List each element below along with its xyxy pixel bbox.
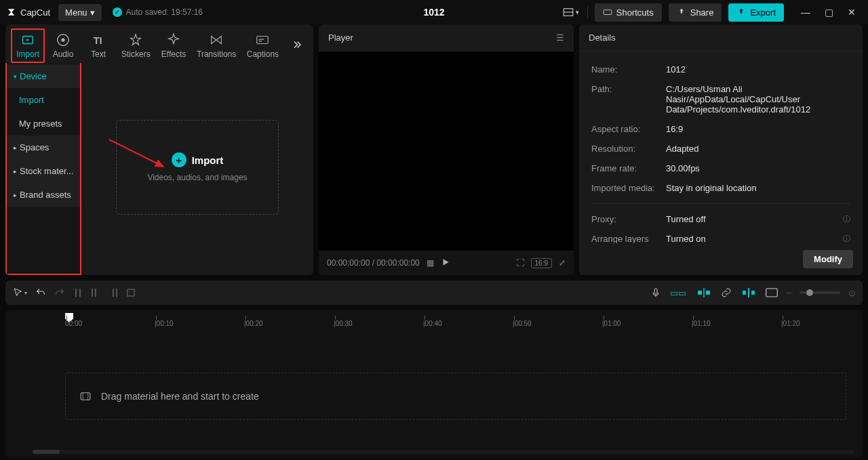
chevron-down-icon: ▾ <box>24 290 27 296</box>
sidebar-item-spaces[interactable]: ▸ Spaces <box>7 135 80 159</box>
split-button[interactable] <box>73 288 83 297</box>
link-toggle[interactable] <box>721 287 732 298</box>
sidebar-item-device[interactable]: ▾ Device <box>7 64 80 88</box>
zoom-fit-button[interactable]: ⊙ <box>848 288 856 298</box>
tab-text[interactable]: TI Text <box>81 28 115 63</box>
layout-icon <box>562 6 574 18</box>
sidebar-item-my-presets[interactable]: My presets <box>7 112 80 135</box>
titlebar: CapCut Menu ▾ ✓ Auto saved: 19:57:16 101… <box>0 0 868 24</box>
play-button[interactable] <box>441 257 450 269</box>
trim-right-button[interactable] <box>108 288 118 297</box>
preview-toggle[interactable] <box>740 286 757 299</box>
cover-icon <box>766 288 778 297</box>
check-icon: ✓ <box>113 7 122 17</box>
grid-toggle[interactable]: ▦ <box>427 258 434 268</box>
tab-audio[interactable]: Audio <box>46 28 80 63</box>
select-tool[interactable]: ▾ <box>12 287 27 298</box>
frame-icon <box>126 288 136 297</box>
layout-button[interactable]: ▾ <box>561 3 580 22</box>
player-viewport[interactable] <box>319 51 574 251</box>
zoom-slider[interactable] <box>800 291 840 294</box>
player-controls: 00:00:00:00 / 00:00:00:00 ▦ ⛶ 16:9 ⤢ <box>319 251 574 275</box>
captions-icon <box>255 33 270 47</box>
delete-button[interactable] <box>126 288 136 297</box>
modify-button[interactable]: Modify <box>803 250 853 268</box>
undo-button[interactable] <box>35 287 46 298</box>
tab-effects[interactable]: Effects <box>157 28 191 63</box>
import-dropzone[interactable]: + Import Videos, audios, and images <box>116 120 279 215</box>
app-logo: CapCut <box>7 7 50 18</box>
chevrons-right-icon <box>290 39 302 51</box>
caret-right-icon: ▸ <box>14 192 17 198</box>
player-header: Player ☰ <box>319 24 574 51</box>
effects-icon <box>166 33 181 47</box>
export-icon <box>736 7 746 17</box>
scan-button[interactable]: ⛶ <box>516 258 524 268</box>
aspect-label: Aspect ratio: <box>591 124 666 134</box>
trim-left-button[interactable] <box>91 288 100 297</box>
separator <box>587 6 588 18</box>
tab-transitions[interactable]: Transitions <box>192 28 240 63</box>
layers-value: Turned on <box>666 234 850 243</box>
sidebar-item-import[interactable]: Import <box>7 88 80 112</box>
zoom-out-button[interactable]: − <box>786 288 791 298</box>
redo-button[interactable] <box>54 287 65 298</box>
svg-marker-14 <box>443 259 448 265</box>
menu-button[interactable]: Menu ▾ <box>58 4 102 21</box>
tab-stickers[interactable]: Stickers <box>117 28 155 63</box>
caret-right-icon: ▸ <box>14 168 17 175</box>
track-dropzone[interactable]: Drag material here and start to create <box>65 373 846 420</box>
svg-rect-29 <box>766 289 778 297</box>
sidebar-item-brand-assets[interactable]: ▸ Brand assets <box>7 183 80 207</box>
minimize-button[interactable]: — <box>796 3 815 22</box>
mic-icon <box>650 287 661 298</box>
tab-captions[interactable]: Captions <box>242 28 283 63</box>
svg-rect-27 <box>751 291 755 295</box>
timeline-toolbar: ▾ ▭▭ − ⊙ <box>5 280 863 305</box>
shortcuts-button[interactable]: Shortcuts <box>595 3 662 22</box>
timeline-ruler[interactable]: 00:00 |00:10 |00:20 |00:30 |00:40 |00:50… <box>65 316 854 332</box>
export-button[interactable]: Export <box>728 3 784 22</box>
svg-rect-30 <box>81 393 90 400</box>
snap-icon <box>698 288 710 297</box>
split-icon <box>73 288 83 297</box>
fullscreen-button[interactable]: ⤢ <box>559 258 566 268</box>
info-icon[interactable]: ⓘ <box>843 234 850 243</box>
svg-rect-19 <box>113 289 114 297</box>
name-value: 1012 <box>666 64 850 75</box>
info-icon[interactable]: ⓘ <box>843 214 850 224</box>
svg-rect-24 <box>706 291 710 295</box>
sidebar-item-stock-materials[interactable]: ▸ Stock mater... <box>7 159 80 183</box>
cover-button[interactable] <box>766 288 778 297</box>
plus-icon: + <box>172 152 186 167</box>
details-body: Name:1012 Path:C:/Users/Usman Ali Nasir/… <box>579 51 863 243</box>
close-button[interactable]: ✕ <box>842 3 861 22</box>
aspect-value: 16:9 <box>666 124 850 134</box>
tabs-more-button[interactable] <box>285 33 308 58</box>
capcut-icon <box>7 7 18 18</box>
timeline-scrollbar[interactable] <box>33 450 854 454</box>
player-timecode: 00:00:00:00 / 00:00:00:00 <box>327 258 420 268</box>
autosave-status: ✓ Auto saved: 19:57:16 <box>113 7 203 17</box>
svg-text:TI: TI <box>94 35 102 46</box>
stickers-icon <box>128 33 143 47</box>
svg-rect-20 <box>116 289 117 297</box>
share-button[interactable]: Share <box>669 3 722 22</box>
app-name: CapCut <box>20 7 50 18</box>
snap-main-toggle[interactable]: ▭▭ <box>669 286 687 299</box>
chevron-down-icon: ▾ <box>90 7 95 18</box>
film-icon <box>79 390 92 402</box>
proxy-label: Proxy: <box>591 214 666 224</box>
maximize-button[interactable]: ▢ <box>819 3 838 22</box>
snap-accent-toggle[interactable] <box>695 286 713 299</box>
details-title: Details <box>589 33 616 43</box>
window-controls: — ▢ ✕ <box>796 3 861 22</box>
record-button[interactable] <box>650 287 661 298</box>
player-menu-button[interactable]: ☰ <box>556 33 564 43</box>
framerate-value: 30.00fps <box>666 163 850 173</box>
layers-label: Arrange layers <box>591 234 666 243</box>
tab-import[interactable]: Import <box>11 28 45 63</box>
aspect-badge[interactable]: 16:9 <box>531 258 552 268</box>
caret-right-icon: ▸ <box>14 144 17 151</box>
redo-icon <box>54 287 65 298</box>
